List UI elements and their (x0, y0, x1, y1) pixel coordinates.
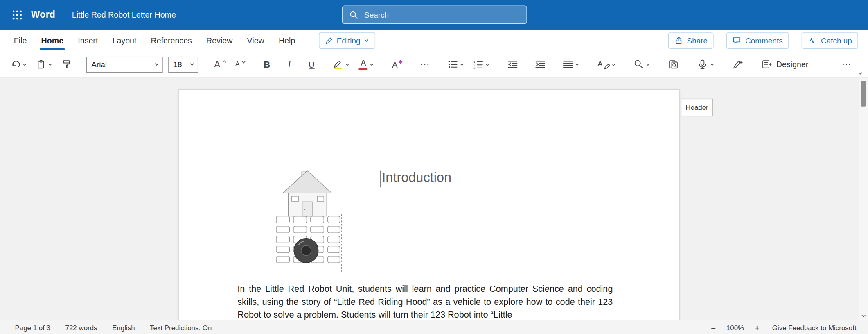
text-predictions-toggle[interactable]: Text Predictions: On (150, 324, 212, 332)
document-heading[interactable]: Introduction (382, 170, 451, 185)
tab-view[interactable]: View (240, 30, 271, 51)
pulse-icon (807, 36, 817, 45)
document-canvas: Introduction In the Little Red Robot Uni… (0, 78, 868, 320)
highlighter-icon (332, 59, 343, 69)
comment-icon (733, 36, 742, 45)
tab-file[interactable]: File (7, 30, 34, 51)
bullets-button[interactable] (446, 55, 467, 74)
scroll-down-button[interactable] (860, 313, 867, 319)
document-title[interactable]: Little Red Robot Letter Home (72, 11, 176, 20)
chevron-down-icon (22, 62, 27, 67)
tab-insert[interactable]: Insert (71, 30, 105, 51)
home-toolbar: Arial 18 A A B I U (0, 51, 868, 78)
clear-formatting-icon: A (392, 59, 398, 69)
word-online-window: Word Little Red Robot Letter Home File H… (0, 0, 868, 334)
decrease-indent-button[interactable] (506, 55, 519, 74)
ribbon-right-actions: Share Comments Catch up (668, 32, 858, 49)
shrink-font-button[interactable]: A (233, 55, 247, 74)
paste-button[interactable] (34, 55, 54, 74)
status-bar-right: − 100% + Give Feedback to Microsoft (710, 323, 857, 333)
numbering-button[interactable]: 1 2 3 (472, 55, 492, 74)
indent-icon (535, 60, 545, 69)
chevron-down-icon (345, 62, 350, 67)
vertical-scrollbar[interactable] (859, 78, 868, 320)
comments-label: Comments (745, 36, 783, 45)
catch-up-button[interactable]: Catch up (802, 32, 858, 49)
zoom-in-button[interactable]: + (753, 323, 760, 333)
header-button[interactable]: Header (681, 99, 713, 116)
undo-button[interactable] (9, 55, 29, 74)
outdent-icon (508, 60, 518, 69)
more-font-options-button[interactable]: … (418, 55, 432, 74)
language-selector[interactable]: English (112, 324, 135, 332)
zoom-level[interactable]: 100% (726, 324, 744, 332)
italic-icon: I (288, 59, 291, 70)
page-count[interactable]: Page 1 of 3 (15, 324, 51, 332)
chevron-down-icon (860, 313, 867, 319)
designer-label: Designer (776, 60, 808, 69)
document-image[interactable] (271, 166, 344, 273)
comments-button[interactable]: Comments (726, 32, 789, 49)
status-bar: Page 1 of 3 722 words English Text Predi… (0, 320, 868, 334)
format-painter-icon (61, 59, 71, 69)
grow-font-button[interactable]: A (212, 55, 228, 74)
font-color-button[interactable]: A (357, 55, 376, 74)
editor-button[interactable] (731, 55, 745, 74)
tab-references[interactable]: References (144, 30, 199, 51)
microphone-icon (697, 59, 708, 69)
chevron-down-icon (47, 62, 52, 67)
designer-icon (761, 59, 772, 69)
highlight-color-button[interactable] (331, 55, 352, 74)
tab-home[interactable]: Home (34, 30, 71, 51)
collapse-ribbon-button[interactable] (857, 69, 865, 77)
document-paragraph[interactable]: In the Little Red Robot Unit, students w… (237, 282, 613, 320)
chevron-down-icon (646, 62, 651, 67)
designer-button[interactable]: Designer (760, 55, 810, 74)
tab-layout[interactable]: Layout (105, 30, 144, 51)
search-box[interactable] (342, 6, 527, 24)
dictate-button[interactable] (695, 55, 716, 74)
search-icon (349, 10, 358, 19)
tab-review[interactable]: Review (199, 30, 239, 51)
shrink-font-icon: A (235, 60, 239, 68)
editing-label: Editing (337, 36, 361, 45)
share-label: Share (687, 36, 708, 45)
bold-button[interactable]: B (262, 55, 272, 74)
clear-formatting-button[interactable]: A (390, 55, 404, 74)
find-button[interactable] (632, 55, 652, 74)
feedback-link[interactable]: Give Feedback to Microsoft (772, 324, 857, 332)
chevron-down-icon (460, 62, 464, 67)
chevron-down-icon (710, 62, 715, 67)
bold-icon: B (264, 59, 270, 70)
document-search-icon (668, 59, 679, 69)
more-commands-button[interactable]: … (840, 55, 854, 74)
styles-button[interactable]: A (596, 55, 618, 74)
app-name[interactable]: Word (31, 9, 55, 20)
share-button[interactable]: Share (668, 32, 714, 49)
grow-font-icon: A (214, 59, 220, 69)
find-and-replace-button[interactable] (667, 55, 681, 74)
document-page[interactable]: Introduction In the Little Red Robot Uni… (178, 89, 680, 320)
chevron-down-icon (370, 62, 374, 67)
chevron-down-icon (364, 38, 370, 43)
underline-button[interactable]: U (307, 55, 316, 74)
chevron-down-icon (575, 62, 579, 67)
increase-indent-button[interactable] (534, 55, 547, 74)
tab-help[interactable]: Help (271, 30, 302, 51)
scrollbar-thumb[interactable] (861, 81, 866, 106)
clear-formatting-accent (399, 59, 403, 64)
align-justify-icon (563, 60, 573, 69)
italic-button[interactable]: I (286, 55, 293, 74)
pencil-icon (325, 36, 333, 45)
editing-mode-button[interactable]: Editing (319, 32, 375, 49)
app-launcher-button[interactable] (8, 6, 27, 25)
ribbon-tab-row: File Home Insert Layout References Revie… (0, 30, 868, 51)
search-input[interactable] (363, 10, 520, 20)
chevron-down-icon (154, 61, 160, 67)
zoom-out-button[interactable]: − (710, 323, 717, 333)
font-name-select[interactable]: Arial (86, 56, 163, 72)
alignment-button[interactable] (561, 55, 582, 74)
format-painter-button[interactable] (60, 55, 73, 74)
word-count[interactable]: 722 words (65, 324, 97, 332)
font-size-select[interactable]: 18 (168, 56, 198, 72)
